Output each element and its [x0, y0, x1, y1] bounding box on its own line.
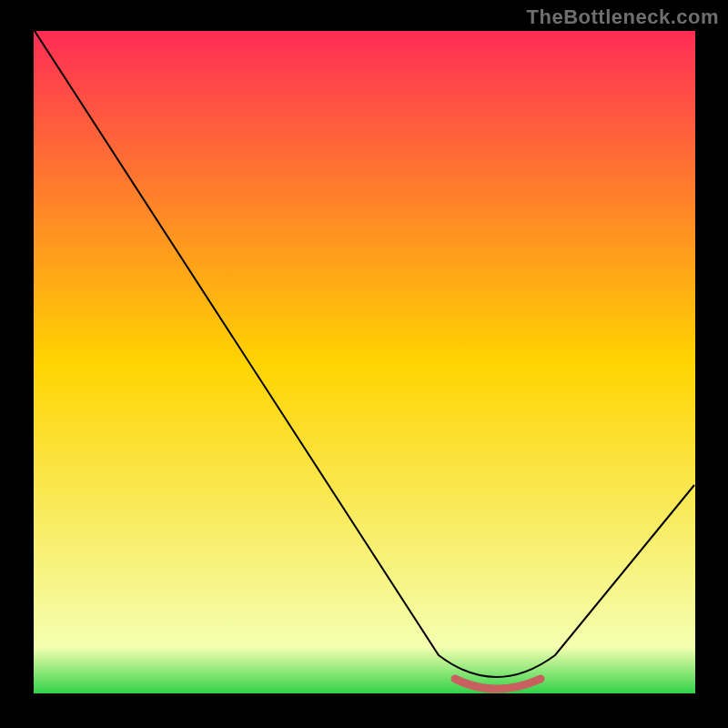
chart-svg — [0, 0, 728, 728]
chart-container: { "watermark": "TheBottleneck.com", "cha… — [0, 0, 728, 728]
plot-background — [34, 31, 695, 693]
